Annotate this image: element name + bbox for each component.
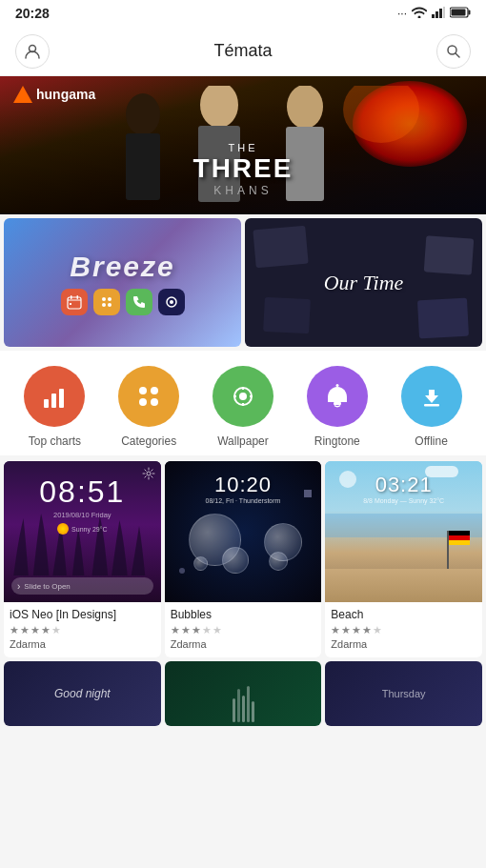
page-title: Témata [213, 41, 272, 61]
svg-rect-1 [435, 11, 438, 18]
svg-rect-17 [71, 295, 72, 299]
wallpaper-circle [213, 366, 273, 427]
theme-card-bubbles[interactable]: 10:20 08/12, Fri · Thunderstorm Bubbles … [165, 461, 322, 657]
svg-rect-6 [452, 9, 466, 15]
star-1: ★ [171, 624, 180, 636]
profile-button[interactable] [15, 34, 50, 69]
settings-icon [142, 467, 155, 484]
svg-rect-39 [334, 402, 341, 405]
category-wallpaper[interactable]: Wallpaper [213, 366, 273, 448]
svg-point-9 [126, 93, 160, 135]
breeze-icon-dots [93, 289, 120, 315]
top-charts-circle [24, 366, 85, 427]
bubble-small1 [222, 547, 249, 574]
theme-price-ios: Zdarma [10, 638, 155, 650]
featured-card-breeze[interactable]: Breeze [4, 218, 241, 347]
svg-point-20 [102, 297, 106, 301]
category-categories[interactable]: Categories [118, 366, 179, 448]
bubbles-time: 10:20 [165, 473, 322, 497]
theme-price-beach: Zdarma [331, 638, 476, 650]
svg-point-15 [343, 86, 419, 143]
svg-point-30 [151, 387, 158, 394]
hungama-logo: hungama [13, 86, 95, 103]
bottom-card-nature[interactable] [165, 661, 322, 726]
theme-card-beach[interactable]: 03:21 8/8 Monday — Sunny 32°C Beach ★ ★ … [325, 461, 482, 657]
star-1: ★ [331, 624, 340, 636]
signal-dots-icon: ··· [397, 7, 407, 20]
status-time: 20:28 [15, 6, 50, 21]
search-button[interactable] [436, 34, 471, 69]
breeze-icon-phone [126, 289, 152, 315]
promo-banner[interactable]: hungama THE THREE KHANS [0, 76, 486, 214]
svg-point-21 [108, 297, 111, 301]
theme-preview-bubbles: 10:20 08/12, Fri · Thunderstorm [165, 461, 322, 602]
svg-point-22 [102, 303, 106, 307]
signal-bars-icon [432, 7, 445, 21]
app-header: Témata [0, 27, 486, 76]
star-5: ★ [213, 624, 222, 636]
svg-rect-28 [59, 389, 64, 408]
star-2: ★ [341, 624, 351, 636]
main-scroll: hungama THE THREE KHANS Breeze [0, 76, 486, 868]
featured-card-ourtime[interactable]: Our Time [245, 218, 482, 347]
offline-circle [401, 366, 462, 427]
svg-point-25 [170, 300, 173, 304]
slide-to-open: › Slide to Open [11, 577, 153, 595]
svg-rect-27 [51, 394, 56, 408]
svg-rect-5 [469, 10, 471, 14]
theme-stars-ios: ★ ★ ★ ★ ★ [10, 624, 155, 636]
theme-info-beach: Beach ★ ★ ★ ★ ★ Zdarma [325, 602, 482, 657]
theme-info-ios: iOS Neo [In Designs] ★ ★ ★ ★ ★ Zdarma [4, 602, 161, 657]
svg-rect-2 [439, 9, 442, 18]
beach-flag [449, 531, 470, 545]
svg-point-11 [200, 86, 238, 128]
ringtone-circle [307, 366, 368, 427]
svg-rect-16 [68, 297, 81, 309]
bottom-card-thursday[interactable]: Thursday [325, 661, 482, 726]
star-1: ★ [10, 624, 19, 636]
battery-icon [450, 7, 471, 21]
banner-subtitle: THE [0, 142, 486, 153]
category-ringtone[interactable]: Ringtone [307, 366, 368, 448]
featured-themes-row: Breeze [0, 214, 486, 351]
categories-label: Categories [121, 434, 176, 448]
ios-time-display: 08:51 2019/08/10 Friday Sunny 29°C [4, 461, 161, 535]
svg-rect-41 [424, 404, 439, 407]
star-2: ★ [20, 624, 30, 636]
wallpaper-label: Wallpaper [217, 434, 269, 448]
breeze-icon-app [158, 289, 185, 315]
svg-point-42 [147, 472, 151, 475]
svg-point-31 [139, 398, 147, 406]
star-4: ★ [202, 624, 212, 636]
bubbles-date: 08/12, Fri · Thunderstorm [165, 497, 322, 504]
breeze-icons [61, 289, 185, 315]
theme-preview-beach: 03:21 8/8 Monday — Sunny 32°C [325, 461, 482, 602]
star-4: ★ [362, 624, 372, 636]
star-5: ★ [51, 624, 61, 636]
theme-name-beach: Beach [331, 608, 476, 621]
bottom-card-goodnight[interactable]: Good night [4, 661, 161, 726]
theme-name-ios: iOS Neo [In Designs] [10, 608, 155, 621]
star-3: ★ [352, 624, 361, 636]
beach-date: 8/8 Monday — Sunny 32°C [325, 497, 482, 504]
svg-point-13 [287, 86, 323, 129]
status-icons: ··· [397, 7, 471, 21]
bubble-tiny [193, 556, 208, 571]
theme-stars-beach: ★ ★ ★ ★ ★ [331, 624, 476, 636]
svg-point-23 [108, 303, 111, 307]
banner-title: THE THREE KHANS [0, 142, 486, 197]
banner-main-title: THREE [0, 153, 486, 184]
category-offline[interactable]: Offline [401, 366, 462, 448]
svg-point-34 [239, 393, 247, 400]
theme-name-bubbles: Bubbles [171, 608, 316, 621]
star-5: ★ [373, 624, 382, 636]
beach-time: 03:21 [325, 473, 482, 497]
theme-card-ios-neo[interactable]: 08:51 2019/08/10 Friday Sunny 29°C › Sli… [4, 461, 161, 657]
svg-rect-18 [76, 295, 78, 299]
category-top-charts[interactable]: Top charts [24, 366, 85, 448]
brand-name: hungama [36, 87, 95, 102]
svg-point-40 [335, 384, 338, 387]
ringtone-label: Ringtone [314, 434, 360, 448]
breeze-icon-cal [61, 289, 88, 315]
top-charts-label: Top charts [29, 434, 81, 448]
